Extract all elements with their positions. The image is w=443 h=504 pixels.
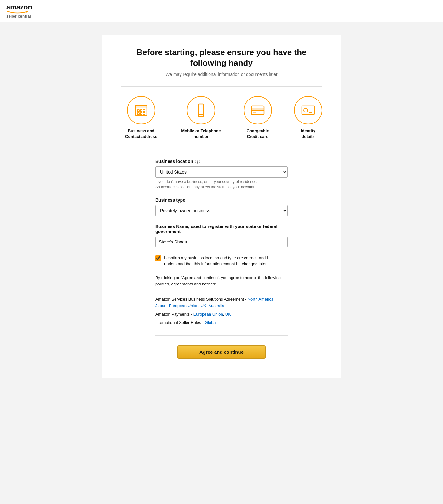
business-address-item: Business and Contact address (121, 96, 162, 140)
logo-subtitle: seller central (6, 14, 32, 19)
policy-agreement-1: Amazon Services Business Solutions Agree… (155, 296, 288, 309)
mobile-icon-circle (187, 96, 215, 124)
svg-point-12 (201, 115, 202, 116)
identity-icon (301, 103, 316, 118)
policy-agreement-3: International Seller Rules - Global (155, 319, 288, 326)
business-location-field: Business location ? United States Canada… (155, 159, 288, 190)
link-uk-1[interactable]: UK (201, 303, 206, 308)
policy-section: By clicking on 'Agree and continue', you… (155, 275, 288, 326)
confirm-checkbox-row: I confirm my business location and type … (155, 255, 288, 267)
business-type-select[interactable]: Privately-owned business State-owned bus… (155, 205, 288, 216)
policy-intro: By clicking on 'Agree and continue', you… (155, 275, 288, 288)
requirements-icons-row: Business and Contact address Mobile or T… (121, 96, 322, 140)
logo-amazon: amazon (6, 3, 32, 11)
logo: amazon seller central (6, 3, 32, 19)
business-name-input[interactable] (155, 237, 288, 247)
identity-item: Identity details (294, 96, 322, 140)
link-uk-2[interactable]: UK (225, 312, 231, 317)
svg-rect-14 (251, 108, 264, 110)
credit-card-icon-circle (244, 96, 272, 124)
business-name-label: Business Name, used to register with you… (155, 224, 288, 234)
divider-bottom (155, 335, 288, 336)
svg-rect-2 (135, 105, 147, 108)
business-type-field: Business type Privately-owned business S… (155, 198, 288, 216)
svg-rect-7 (140, 113, 142, 115)
identity-label: Identity details (294, 128, 322, 140)
business-address-label: Business and Contact address (121, 128, 162, 140)
credit-card-item: Chargeable Credit card (240, 96, 275, 140)
business-type-label: Business type (155, 198, 288, 203)
registration-form: Business location ? United States Canada… (155, 159, 288, 359)
svg-rect-4 (140, 110, 142, 112)
svg-rect-5 (143, 110, 145, 112)
confirm-checkbox[interactable] (155, 255, 161, 261)
building-icon (134, 103, 149, 118)
divider-middle (121, 149, 322, 149)
business-location-hint: If you don't have a business, enter your… (155, 179, 288, 190)
link-european-union-2[interactable]: European Union (193, 312, 223, 317)
credit-card-label: Chargeable Credit card (240, 128, 275, 140)
svg-rect-3 (137, 110, 139, 112)
link-japan[interactable]: Japan (155, 303, 166, 308)
link-european-union-1[interactable]: European Union (169, 303, 198, 308)
link-australia[interactable]: Australia (208, 303, 224, 308)
policy-agreement-2: Amazon Payments - European Union, UK (155, 311, 288, 318)
svg-rect-8 (143, 113, 145, 115)
svg-rect-6 (137, 113, 139, 115)
phone-icon (193, 103, 209, 118)
mobile-label: Mobile or Telephone number (181, 128, 222, 140)
business-location-select[interactable]: United States Canada United Kingdom Germ… (155, 166, 288, 178)
credit-card-icon (250, 103, 265, 118)
identity-icon-circle (294, 96, 322, 124)
divider-top (121, 86, 322, 87)
business-name-field: Business Name, used to register with you… (155, 224, 288, 247)
header: amazon seller central (0, 0, 443, 22)
page-title: Before starting, please ensure you have … (121, 47, 322, 69)
main-content: Before starting, please ensure you have … (102, 35, 341, 378)
page-subtitle: We may require additional information or… (121, 72, 322, 77)
svg-point-19 (304, 108, 308, 112)
logo-smile-icon (6, 11, 29, 14)
agree-continue-button[interactable]: Agree and continue (177, 345, 266, 359)
business-location-help-icon[interactable]: ? (195, 159, 200, 164)
business-location-label: Business location ? (155, 159, 288, 164)
link-north-america[interactable]: North America (248, 297, 273, 301)
svg-rect-17 (253, 112, 256, 113)
mobile-item: Mobile or Telephone number (181, 96, 222, 140)
confirm-checkbox-label[interactable]: I confirm my business location and type … (164, 255, 288, 267)
business-address-icon-circle (127, 96, 155, 124)
link-global[interactable]: Global (205, 320, 217, 325)
